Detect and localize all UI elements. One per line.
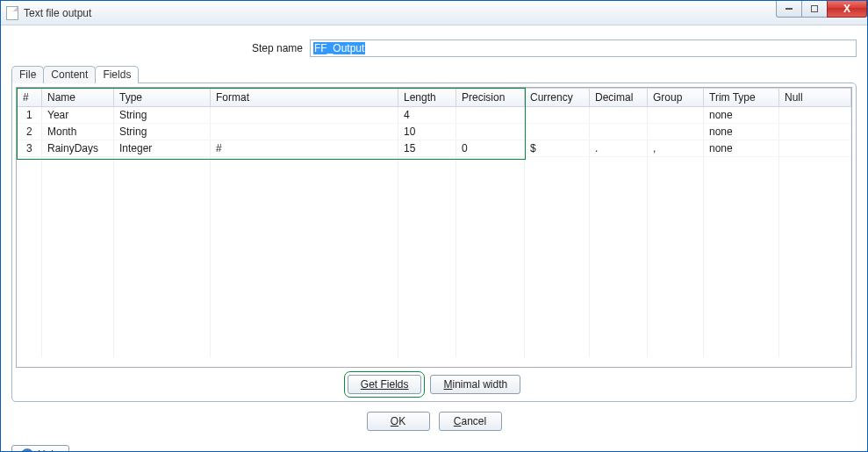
cell-trim[interactable]: none xyxy=(704,124,779,140)
col-currency[interactable]: Currency xyxy=(525,89,590,107)
minimal-width-label: Minimal width xyxy=(443,378,507,391)
cell-length[interactable]: 10 xyxy=(398,124,456,140)
tab-content[interactable]: Content xyxy=(43,66,96,83)
cancel-label: Cancel xyxy=(454,415,486,427)
cell-format[interactable] xyxy=(211,124,398,140)
step-name-row: Step name FF_Output xyxy=(11,39,857,57)
cell-currency[interactable] xyxy=(525,107,590,124)
fields-grid[interactable]: # Name Type Format Length Precision Curr… xyxy=(16,87,852,368)
table-row-empty xyxy=(18,307,851,324)
ok-button[interactable]: OK xyxy=(367,412,430,431)
table-row-empty xyxy=(18,274,851,291)
cell-idx[interactable]: 1 xyxy=(18,107,42,124)
cell-currency[interactable] xyxy=(525,124,590,140)
cell-name[interactable]: RainyDays xyxy=(42,140,114,157)
table-row-empty xyxy=(18,174,851,190)
cell-format[interactable] xyxy=(211,107,398,124)
window-title: Text file output xyxy=(24,7,91,19)
close-button[interactable]: X xyxy=(827,0,867,18)
cell-length[interactable]: 15 xyxy=(398,140,456,157)
cell-group[interactable] xyxy=(648,124,704,140)
cell-idx[interactable]: 3 xyxy=(18,140,42,157)
tab-strip: File Content Fields xyxy=(11,66,857,83)
table-row-empty xyxy=(18,240,851,257)
table-row[interactable]: 2MonthString10none xyxy=(18,124,851,140)
cell-decimal[interactable] xyxy=(590,107,648,124)
cell-name[interactable]: Year xyxy=(42,107,114,124)
col-group[interactable]: Group xyxy=(648,89,704,107)
table-row-empty xyxy=(18,341,851,357)
col-decimal[interactable]: Decimal xyxy=(590,89,648,107)
fields-panel: # Name Type Format Length Precision Curr… xyxy=(11,83,857,402)
step-name-label: Step name xyxy=(11,42,310,54)
step-name-input[interactable]: FF_Output xyxy=(310,39,857,57)
cell-null[interactable] xyxy=(779,107,851,124)
dialog-button-row: OK Cancel xyxy=(11,405,857,434)
cell-precision[interactable]: 0 xyxy=(456,140,525,157)
col-idx[interactable]: # xyxy=(18,89,42,107)
col-type[interactable]: Type xyxy=(114,89,211,107)
cell-currency[interactable]: $ xyxy=(525,140,590,157)
table-row-empty xyxy=(18,224,851,240)
titlebar: Text file output X xyxy=(1,1,867,25)
cell-format[interactable]: # xyxy=(211,140,398,157)
grid-header-row: # Name Type Format Length Precision Curr… xyxy=(18,89,851,107)
col-name[interactable]: Name xyxy=(42,89,114,107)
cell-length[interactable]: 4 xyxy=(398,107,456,124)
cancel-button[interactable]: Cancel xyxy=(439,412,502,431)
cell-type[interactable]: String xyxy=(114,107,211,124)
col-null[interactable]: Null xyxy=(779,89,851,107)
cell-decimal[interactable]: . xyxy=(590,140,648,157)
cell-precision[interactable] xyxy=(456,107,525,124)
minimal-width-button[interactable]: Minimal width xyxy=(430,375,520,394)
table-row-empty xyxy=(18,324,851,341)
help-button[interactable]: ? Help xyxy=(11,445,69,452)
tab-fields[interactable]: Fields xyxy=(95,66,139,83)
cell-group[interactable]: , xyxy=(648,140,704,157)
cell-decimal[interactable] xyxy=(590,124,648,140)
help-icon: ? xyxy=(21,448,33,452)
cell-name[interactable]: Month xyxy=(42,124,114,140)
panel-button-row: Get Fields Minimal width xyxy=(16,368,852,398)
table-row[interactable]: 3RainyDaysInteger#150$.,none xyxy=(18,140,851,157)
cell-type[interactable]: String xyxy=(114,124,211,140)
col-precision[interactable]: Precision xyxy=(456,89,525,107)
col-format[interactable]: Format xyxy=(211,89,398,107)
cell-precision[interactable] xyxy=(456,124,525,140)
minimize-button[interactable] xyxy=(776,0,802,18)
table-row-empty xyxy=(18,190,851,207)
col-trim[interactable]: Trim Type xyxy=(704,89,779,107)
table-row-empty xyxy=(18,257,851,274)
get-fields-button[interactable]: Get Fields xyxy=(348,375,422,394)
table-row-empty xyxy=(18,207,851,224)
maximize-button[interactable] xyxy=(801,0,828,18)
col-length[interactable]: Length xyxy=(398,89,456,107)
step-name-value: FF_Output xyxy=(313,42,365,54)
table-row[interactable]: 1YearString4none xyxy=(18,107,851,124)
cell-trim[interactable]: none xyxy=(704,107,779,124)
cell-type[interactable]: Integer xyxy=(114,140,211,157)
table-row-empty xyxy=(18,157,851,174)
cell-null[interactable] xyxy=(779,124,851,140)
cell-idx[interactable]: 2 xyxy=(18,124,42,140)
document-icon xyxy=(6,6,18,20)
help-label: Help xyxy=(38,448,60,452)
cell-group[interactable] xyxy=(648,107,704,124)
get-fields-label: Get Fields xyxy=(361,378,409,391)
cell-null[interactable] xyxy=(779,140,851,157)
cell-trim[interactable]: none xyxy=(704,140,779,157)
tab-file[interactable]: File xyxy=(11,66,44,83)
ok-label: OK xyxy=(391,415,405,427)
table-row-empty xyxy=(18,291,851,307)
